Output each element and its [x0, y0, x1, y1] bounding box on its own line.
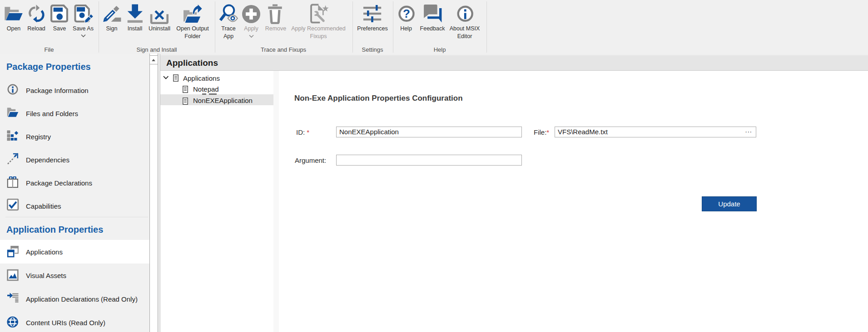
svg-text:?: ?	[403, 7, 410, 20]
